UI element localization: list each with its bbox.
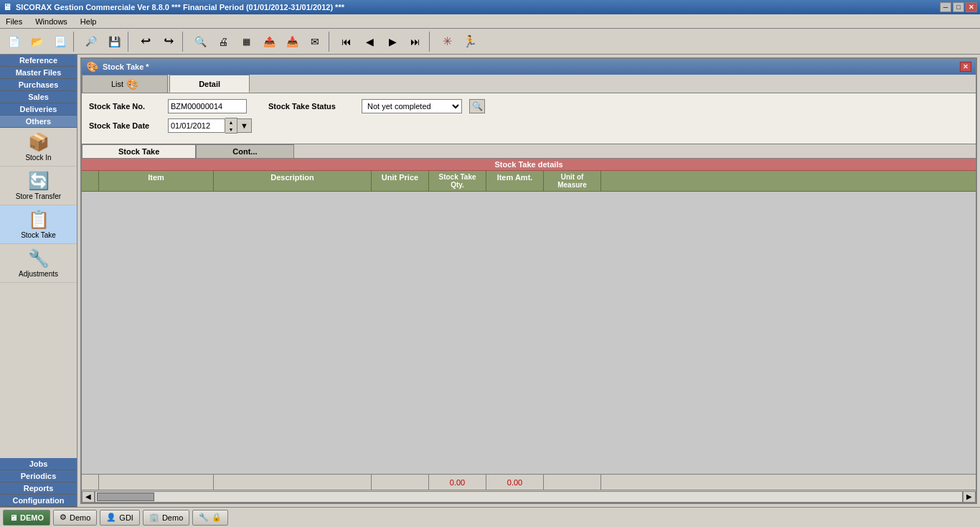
form-row-stock-take-date: Stock Take Date ▲ ▼ ▼	[89, 118, 969, 134]
undo-button[interactable]: ↩	[135, 32, 156, 52]
col-header-item-amt: Item Amt.	[486, 171, 544, 191]
sidebar-item-adjustments[interactable]: 🔧 Adjustments	[0, 244, 77, 283]
close-app-button[interactable]: ✕	[966, 2, 977, 12]
toolbar-separator-3	[182, 32, 187, 52]
col-header-item: Item	[99, 171, 214, 191]
import-button[interactable]: 📥	[281, 32, 303, 52]
sub-tab-cont[interactable]: Cont...	[196, 144, 293, 158]
col-header-description: Description	[214, 171, 372, 191]
tab-list[interactable]: List 🎨	[82, 75, 168, 93]
hscroll-right-button[interactable]: ▶	[963, 491, 976, 503]
sidebar-section-reports[interactable]: Reports	[0, 482, 77, 495]
menu-files[interactable]: Files	[3, 16, 25, 27]
date-spin-down[interactable]: ▼	[225, 126, 237, 133]
hscroll-thumb[interactable]	[97, 493, 154, 501]
sidebar-section-deliveries[interactable]: Deliveries	[0, 103, 77, 116]
print-button[interactable]: 🖨	[212, 32, 234, 52]
maximize-button[interactable]: □	[953, 2, 964, 12]
grid-columns: Item Description Unit Price Stock Take Q…	[82, 171, 976, 192]
grid-body[interactable]	[82, 192, 976, 474]
sidebar-item-stock-take[interactable]: 📋 Stock Take	[0, 205, 77, 244]
tools-button[interactable]: ✳	[436, 32, 458, 52]
titlebar: 🖥 SICORAX Gestion Commerciale Ver 8.8.0 …	[0, 0, 980, 14]
filter-button[interactable]: ▦	[235, 32, 257, 52]
col-header-unit-price: Unit Price	[372, 171, 429, 191]
find-button[interactable]: 🔍	[189, 32, 211, 52]
menubar: Files Windows Help	[0, 14, 980, 29]
sidebar-section-purchases[interactable]: Purchases	[0, 79, 77, 91]
tab-list-icon: 🎨	[126, 78, 138, 90]
sub-tab-stock-take-label: Stock Take	[118, 147, 159, 156]
start-label: DEMO	[20, 513, 44, 522]
toolbar-separator-1	[73, 32, 77, 52]
footer-check	[82, 475, 99, 490]
footer-amt: 0.00	[486, 475, 544, 490]
taskbar-icon-1: ⚙	[60, 513, 67, 522]
stock-take-date-label: Stock Take Date	[89, 121, 161, 130]
horizontal-scrollbar[interactable]	[95, 491, 963, 503]
scrollbar-area: ◀ ▶	[82, 490, 976, 503]
stock-take-status-select[interactable]: Not yet completed Completed In Progress	[362, 99, 462, 113]
save-button[interactable]: 💾	[103, 32, 125, 52]
window-icon: 🎨	[86, 61, 98, 73]
sidebar-section-sales[interactable]: Sales	[0, 91, 77, 103]
menu-help[interactable]: Help	[77, 16, 100, 27]
footer-qty: 0.00	[429, 475, 486, 490]
content-area: 🎨 Stock Take * ✕ List 🎨 Detail Stock Tak…	[77, 55, 980, 507]
minimize-button[interactable]: ─	[940, 2, 951, 12]
date-spin-buttons: ▲ ▼	[225, 118, 237, 134]
sidebar-item-store-transfer[interactable]: 🔄 Store Transfer	[0, 167, 77, 205]
taskbar-item-2[interactable]: 👤 GDI	[100, 510, 140, 526]
hscroll-left-button[interactable]: ◀	[82, 491, 95, 503]
taskbar-item-1[interactable]: ⚙ Demo	[53, 510, 97, 526]
email-button[interactable]: ✉	[304, 32, 326, 52]
stock-take-date-input[interactable]	[168, 118, 225, 133]
date-calendar-button[interactable]: ▼	[237, 118, 252, 133]
start-icon: 🖥	[9, 513, 17, 522]
footer-price	[372, 475, 429, 490]
sidebar-item-stock-in[interactable]: 📦 Stock In	[0, 128, 77, 167]
sub-tab-stock-take[interactable]: Stock Take	[82, 144, 196, 158]
menu-windows[interactable]: Windows	[32, 16, 70, 27]
grid-section: Stock Take details Item Description Unit…	[82, 159, 976, 503]
sidebar-section-periodics[interactable]: Periodics	[0, 470, 77, 482]
window-close-button[interactable]: ✕	[960, 62, 971, 72]
last-button[interactable]: ⏭	[405, 32, 426, 52]
form-row-stock-take-no: Stock Take No. Stock Take Status Not yet…	[89, 99, 969, 113]
footer-uom	[544, 475, 601, 490]
first-button[interactable]: ⏮	[336, 32, 357, 52]
export-button[interactable]: 📤	[258, 32, 280, 52]
sidebar-section-reference[interactable]: Reference	[0, 55, 77, 67]
taskbar-item-3[interactable]: 🏢 Demo	[143, 510, 189, 526]
prev-button[interactable]: ◀	[359, 32, 380, 52]
adjustments-icon: 🔧	[28, 248, 50, 269]
footer-desc	[214, 475, 372, 490]
tab-detail-label: Detail	[199, 80, 220, 88]
grid-title: Stock Take details	[494, 160, 562, 169]
toolbar: 📄 📂 📃 🔎 💾 ↩ ↪ 🔍 🖨 ▦ 📤 📥 ✉ ⏮ ◀ ▶ ⏭ ✳ 🏃	[0, 29, 980, 55]
taskbar-label-2: GDI	[119, 513, 133, 522]
sidebar-section-configuration[interactable]: Configuration	[0, 495, 77, 507]
print-preview-button[interactable]: 🔎	[80, 32, 102, 52]
status-search-button[interactable]: 🔍	[469, 99, 485, 113]
titlebar-controls: ─ □ ✕	[940, 2, 977, 12]
tab-detail[interactable]: Detail	[169, 75, 250, 93]
start-button[interactable]: 🖥 DEMO	[3, 510, 50, 526]
redo-button[interactable]: ↪	[158, 32, 179, 52]
sidebar-section-master-files[interactable]: Master Files	[0, 67, 77, 79]
blank-button[interactable]: 📃	[49, 32, 70, 52]
next-button[interactable]: ▶	[382, 32, 403, 52]
grid-header-bar: Stock Take details	[82, 159, 976, 171]
sidebar-section-others[interactable]: Others	[0, 116, 77, 128]
taskbar-item-4[interactable]: 🔧 🔒	[192, 510, 228, 526]
sidebar-item-adjustments-label: Adjustments	[19, 270, 58, 278]
open-button[interactable]: 📂	[26, 32, 47, 52]
run-button[interactable]: 🏃	[459, 32, 481, 52]
sidebar-section-jobs[interactable]: Jobs	[0, 458, 77, 470]
date-spin-up[interactable]: ▲	[225, 118, 237, 126]
taskbar: 🖥 DEMO ⚙ Demo 👤 GDI 🏢 Demo 🔧 🔒	[0, 507, 980, 527]
stock-take-no-input[interactable]	[168, 99, 247, 113]
new-button[interactable]: 📄	[3, 32, 24, 52]
window-title: Stock Take *	[103, 62, 149, 71]
footer-item	[99, 475, 214, 490]
